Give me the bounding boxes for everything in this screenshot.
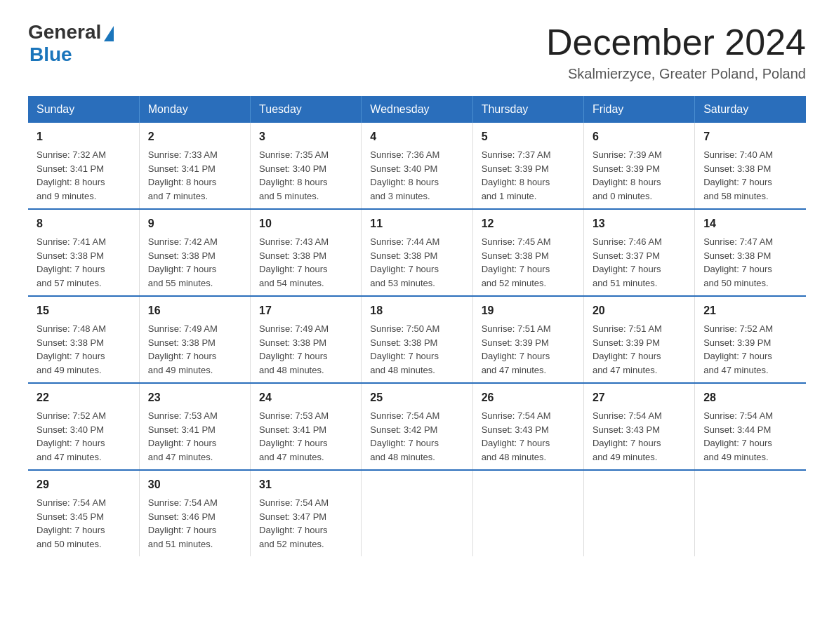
logo: General Blue — [28, 21, 114, 66]
day-info: Sunrise: 7:54 AM Sunset: 3:44 PM Dayligh… — [703, 409, 797, 464]
day-number: 17 — [259, 302, 352, 319]
calendar-cell: 13Sunrise: 7:46 AM Sunset: 3:37 PM Dayli… — [583, 209, 694, 296]
day-info: Sunrise: 7:52 AM Sunset: 3:39 PM Dayligh… — [703, 322, 797, 377]
day-number: 26 — [482, 389, 575, 406]
day-info: Sunrise: 7:49 AM Sunset: 3:38 PM Dayligh… — [148, 322, 241, 377]
weekday-header-row: SundayMondayTuesdayWednesdayThursdayFrid… — [28, 96, 806, 123]
calendar-cell: 11Sunrise: 7:44 AM Sunset: 3:38 PM Dayli… — [362, 209, 472, 296]
calendar-cell — [583, 470, 694, 556]
day-number: 1 — [37, 128, 131, 145]
day-info: Sunrise: 7:54 AM Sunset: 3:43 PM Dayligh… — [482, 409, 575, 464]
weekday-header-saturday: Saturday — [695, 96, 806, 123]
calendar-cell: 27Sunrise: 7:54 AM Sunset: 3:43 PM Dayli… — [583, 383, 694, 470]
calendar-week-3: 15Sunrise: 7:48 AM Sunset: 3:38 PM Dayli… — [28, 296, 806, 383]
day-info: Sunrise: 7:53 AM Sunset: 3:41 PM Dayligh… — [148, 409, 241, 464]
day-number: 20 — [593, 302, 686, 319]
day-number: 5 — [482, 128, 575, 145]
weekday-header-friday: Friday — [583, 96, 694, 123]
day-info: Sunrise: 7:54 AM Sunset: 3:43 PM Dayligh… — [593, 409, 686, 464]
calendar-cell: 10Sunrise: 7:43 AM Sunset: 3:38 PM Dayli… — [251, 209, 362, 296]
calendar-cell: 9Sunrise: 7:42 AM Sunset: 3:38 PM Daylig… — [139, 209, 250, 296]
calendar-cell: 12Sunrise: 7:45 AM Sunset: 3:38 PM Dayli… — [472, 209, 583, 296]
day-number: 19 — [482, 302, 575, 319]
calendar-week-1: 1Sunrise: 7:32 AM Sunset: 3:41 PM Daylig… — [28, 123, 806, 209]
day-number: 9 — [148, 215, 241, 232]
day-info: Sunrise: 7:52 AM Sunset: 3:40 PM Dayligh… — [37, 409, 131, 464]
day-info: Sunrise: 7:40 AM Sunset: 3:38 PM Dayligh… — [703, 148, 797, 203]
day-number: 22 — [37, 389, 131, 406]
day-info: Sunrise: 7:50 AM Sunset: 3:38 PM Dayligh… — [370, 322, 463, 377]
title-section: December 2024 Skalmierzyce, Greater Pola… — [546, 21, 806, 82]
calendar-cell: 31Sunrise: 7:54 AM Sunset: 3:47 PM Dayli… — [251, 470, 362, 556]
day-number: 29 — [37, 476, 131, 493]
day-info: Sunrise: 7:39 AM Sunset: 3:39 PM Dayligh… — [593, 148, 686, 203]
day-info: Sunrise: 7:35 AM Sunset: 3:40 PM Dayligh… — [259, 148, 352, 203]
calendar-week-4: 22Sunrise: 7:52 AM Sunset: 3:40 PM Dayli… — [28, 383, 806, 470]
day-number: 14 — [703, 215, 797, 232]
day-number: 7 — [703, 128, 797, 145]
weekday-header-wednesday: Wednesday — [362, 96, 472, 123]
calendar-week-2: 8Sunrise: 7:41 AM Sunset: 3:38 PM Daylig… — [28, 209, 806, 296]
calendar-cell: 18Sunrise: 7:50 AM Sunset: 3:38 PM Dayli… — [362, 296, 472, 383]
day-number: 2 — [148, 128, 241, 145]
day-number: 31 — [259, 476, 352, 493]
calendar-cell: 1Sunrise: 7:32 AM Sunset: 3:41 PM Daylig… — [28, 123, 139, 209]
day-number: 21 — [703, 302, 797, 319]
day-info: Sunrise: 7:47 AM Sunset: 3:38 PM Dayligh… — [703, 235, 797, 290]
day-info: Sunrise: 7:45 AM Sunset: 3:38 PM Dayligh… — [482, 235, 575, 290]
day-info: Sunrise: 7:33 AM Sunset: 3:41 PM Dayligh… — [148, 148, 241, 203]
day-info: Sunrise: 7:53 AM Sunset: 3:41 PM Dayligh… — [259, 409, 352, 464]
calendar-cell: 28Sunrise: 7:54 AM Sunset: 3:44 PM Dayli… — [695, 383, 806, 470]
day-info: Sunrise: 7:43 AM Sunset: 3:38 PM Dayligh… — [259, 235, 352, 290]
calendar-cell: 25Sunrise: 7:54 AM Sunset: 3:42 PM Dayli… — [362, 383, 472, 470]
location-text: Skalmierzyce, Greater Poland, Poland — [546, 66, 806, 82]
day-number: 18 — [370, 302, 463, 319]
logo-triangle-icon — [104, 26, 114, 41]
day-info: Sunrise: 7:54 AM Sunset: 3:45 PM Dayligh… — [37, 496, 131, 551]
day-number: 8 — [37, 215, 131, 232]
calendar-cell: 5Sunrise: 7:37 AM Sunset: 3:39 PM Daylig… — [472, 123, 583, 209]
calendar-cell: 16Sunrise: 7:49 AM Sunset: 3:38 PM Dayli… — [139, 296, 250, 383]
day-number: 11 — [370, 215, 463, 232]
calendar-cell: 24Sunrise: 7:53 AM Sunset: 3:41 PM Dayli… — [251, 383, 362, 470]
calendar-cell: 7Sunrise: 7:40 AM Sunset: 3:38 PM Daylig… — [695, 123, 806, 209]
calendar-cell: 4Sunrise: 7:36 AM Sunset: 3:40 PM Daylig… — [362, 123, 472, 209]
calendar-cell: 3Sunrise: 7:35 AM Sunset: 3:40 PM Daylig… — [251, 123, 362, 209]
page-header: General Blue December 2024 Skalmierzyce,… — [28, 21, 806, 82]
day-number: 13 — [593, 215, 686, 232]
calendar-cell: 20Sunrise: 7:51 AM Sunset: 3:39 PM Dayli… — [583, 296, 694, 383]
day-info: Sunrise: 7:37 AM Sunset: 3:39 PM Dayligh… — [482, 148, 575, 203]
calendar-cell: 26Sunrise: 7:54 AM Sunset: 3:43 PM Dayli… — [472, 383, 583, 470]
day-info: Sunrise: 7:54 AM Sunset: 3:46 PM Dayligh… — [148, 496, 241, 551]
day-info: Sunrise: 7:46 AM Sunset: 3:37 PM Dayligh… — [593, 235, 686, 290]
day-number: 3 — [259, 128, 352, 145]
calendar-cell: 29Sunrise: 7:54 AM Sunset: 3:45 PM Dayli… — [28, 470, 139, 556]
calendar-cell — [695, 470, 806, 556]
day-info: Sunrise: 7:54 AM Sunset: 3:47 PM Dayligh… — [259, 496, 352, 551]
calendar-cell: 21Sunrise: 7:52 AM Sunset: 3:39 PM Dayli… — [695, 296, 806, 383]
day-info: Sunrise: 7:41 AM Sunset: 3:38 PM Dayligh… — [37, 235, 131, 290]
calendar-cell: 19Sunrise: 7:51 AM Sunset: 3:39 PM Dayli… — [472, 296, 583, 383]
day-info: Sunrise: 7:54 AM Sunset: 3:42 PM Dayligh… — [370, 409, 463, 464]
day-number: 25 — [370, 389, 463, 406]
day-info: Sunrise: 7:49 AM Sunset: 3:38 PM Dayligh… — [259, 322, 352, 377]
logo-general-text: General — [28, 21, 101, 43]
calendar-cell: 14Sunrise: 7:47 AM Sunset: 3:38 PM Dayli… — [695, 209, 806, 296]
day-number: 27 — [593, 389, 686, 406]
calendar-cell: 2Sunrise: 7:33 AM Sunset: 3:41 PM Daylig… — [139, 123, 250, 209]
day-number: 16 — [148, 302, 241, 319]
calendar-cell: 17Sunrise: 7:49 AM Sunset: 3:38 PM Dayli… — [251, 296, 362, 383]
calendar-cell — [472, 470, 583, 556]
weekday-header-thursday: Thursday — [472, 96, 583, 123]
calendar-week-5: 29Sunrise: 7:54 AM Sunset: 3:45 PM Dayli… — [28, 470, 806, 556]
day-number: 10 — [259, 215, 352, 232]
calendar-cell: 22Sunrise: 7:52 AM Sunset: 3:40 PM Dayli… — [28, 383, 139, 470]
day-number: 24 — [259, 389, 352, 406]
calendar-cell: 23Sunrise: 7:53 AM Sunset: 3:41 PM Dayli… — [139, 383, 250, 470]
calendar-cell — [362, 470, 472, 556]
day-number: 15 — [37, 302, 131, 319]
day-info: Sunrise: 7:48 AM Sunset: 3:38 PM Dayligh… — [37, 322, 131, 377]
calendar-table: SundayMondayTuesdayWednesdayThursdayFrid… — [28, 96, 806, 556]
weekday-header-monday: Monday — [139, 96, 250, 123]
day-info: Sunrise: 7:44 AM Sunset: 3:38 PM Dayligh… — [370, 235, 463, 290]
